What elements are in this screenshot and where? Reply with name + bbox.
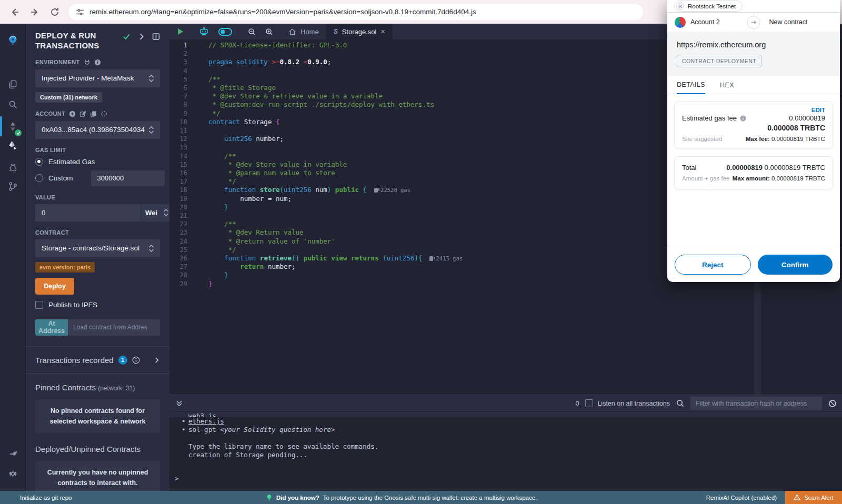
terminal-line — [169, 434, 842, 442]
total-value: 0.00000819 0.00000819 TRBTC — [726, 164, 825, 172]
tab-hex[interactable]: HEX — [720, 82, 734, 94]
terminal-search-icon[interactable] — [676, 399, 684, 407]
info-circle-icon[interactable] — [132, 356, 140, 364]
deploy-run-icon[interactable] — [0, 136, 25, 154]
terminal-line[interactable]: •ethers.js — [169, 417, 842, 426]
terminal-prompt[interactable]: > — [175, 475, 179, 482]
info-icon[interactable] — [94, 59, 101, 66]
network-selector[interactable]: R Rootstock Testnet — [674, 1, 743, 12]
add-account-icon[interactable] — [69, 110, 76, 117]
evm-version-badge: evm version: paris — [35, 262, 95, 273]
sign-message-icon[interactable] — [79, 110, 86, 117]
back-icon[interactable] — [9, 7, 20, 17]
checkbox-icon[interactable] — [585, 399, 593, 407]
line-number: 8 — [169, 100, 195, 109]
info-icon[interactable] — [740, 115, 746, 122]
gas-fee-label: Estimated gas fee — [682, 114, 746, 122]
line-number: 20 — [169, 203, 195, 211]
lightbulb-icon — [266, 494, 273, 501]
checkbox-icon[interactable] — [35, 301, 43, 309]
run-script-icon[interactable] — [169, 24, 189, 39]
line-number: 28 — [169, 271, 195, 279]
max-amount: Max amount: 0.00000819 TRBTC — [733, 175, 825, 182]
site-suggested-label: Site suggested — [682, 136, 722, 142]
clear-terminal-icon[interactable] — [828, 399, 837, 408]
ai-copilot-robot-icon[interactable] — [194, 24, 214, 39]
git-icon[interactable] — [0, 177, 25, 195]
contract-select[interactable]: Storage - contracts/Storage.sol — [35, 239, 160, 257]
chevron-updown-icon — [163, 208, 169, 217]
account-avatar — [675, 17, 686, 28]
line-number: 25 — [169, 246, 195, 254]
plug-icon[interactable] — [84, 59, 91, 66]
refresh-icon[interactable] — [49, 7, 60, 17]
estimated-gas-option[interactable]: Estimated Gas — [35, 158, 160, 166]
radio-unselected-icon[interactable] — [35, 174, 43, 182]
copilot-toggle-icon[interactable] — [214, 24, 237, 39]
copy-account-icon[interactable] — [90, 110, 97, 117]
tab-home[interactable]: Home — [281, 24, 326, 39]
line-number: 17 — [169, 177, 195, 186]
settings-gear-icon[interactable] — [0, 465, 25, 482]
transactions-recorded-row[interactable]: Transactions recorded 1 — [35, 347, 160, 374]
scam-alert-button[interactable]: Scam Alert — [785, 491, 842, 504]
zoom-in-icon[interactable] — [260, 24, 278, 39]
publish-ipfs-option[interactable]: Publish to IPFS — [35, 301, 160, 309]
remix-logo-icon[interactable] — [0, 29, 25, 51]
radio-selected-icon[interactable] — [35, 158, 43, 166]
git-init-status[interactable]: Initialize as git repo — [20, 495, 72, 501]
plugin-manager-icon[interactable] — [0, 443, 25, 461]
terminal-line[interactable]: web3.js — [169, 412, 842, 417]
value-label: VALUE — [35, 194, 160, 200]
origin-url: https://remix.ethereum.org — [677, 41, 830, 49]
tab-storage-sol[interactable]: S Storage.sol × — [326, 24, 393, 39]
line-number: 29 — [169, 280, 195, 288]
terminal-output[interactable]: web3.js•ethers.js•sol-gpt <your Solidity… — [169, 411, 842, 491]
line-number: 13 — [169, 143, 195, 152]
fuel-pump-icon — [429, 256, 433, 261]
line-number: 27 — [169, 263, 195, 271]
value-unit-select[interactable]: Wei — [141, 204, 169, 221]
expand-chevron-icon[interactable] — [153, 357, 160, 364]
gas-limit-label: GAS LIMIT — [35, 147, 160, 153]
account-select[interactable]: 0xA03...85ac4 (0.398673504934 — [35, 121, 160, 139]
environment-select[interactable]: Injected Provider - MetaMask — [35, 69, 160, 87]
terminal-filter-input[interactable] — [690, 397, 822, 410]
pin-panel-icon[interactable] — [152, 33, 160, 41]
search-icon[interactable] — [0, 95, 25, 113]
line-number: 5 — [169, 75, 195, 84]
remix-ide-screen: remix.ethereum.org/#lang=en&optimize=fal… — [0, 0, 842, 504]
listen-all-transactions-option[interactable]: Listen on all transactions — [585, 399, 670, 407]
file-explorer-icon[interactable] — [0, 75, 25, 93]
recipient-name: New contract — [769, 18, 808, 26]
gas-fee-card: EDIT Estimated gas fee 0.00000819 0.0000… — [674, 102, 833, 148]
line-number: 21 — [169, 211, 195, 220]
custom-gas-input[interactable] — [91, 170, 165, 186]
chevron-right-icon[interactable] — [137, 33, 145, 41]
forward-icon[interactable] — [29, 7, 40, 17]
tab-details[interactable]: DETAILS — [677, 81, 705, 94]
collapse-terminal-icon[interactable] — [169, 400, 188, 407]
confirm-button[interactable]: Confirm — [758, 255, 833, 275]
value-input[interactable] — [35, 204, 141, 221]
at-address-button[interactable]: At Address — [35, 319, 68, 336]
site-settings-icon[interactable] — [76, 8, 84, 16]
address-bar[interactable]: remix.ethereum.org/#lang=en&optimize=fal… — [68, 4, 643, 20]
solidity-compiler-icon[interactable] — [0, 117, 25, 135]
debugger-icon[interactable] — [0, 158, 25, 176]
fuel-pump-icon — [374, 188, 378, 193]
reject-button[interactable]: Reject — [675, 255, 751, 275]
gas-estimate-annotation: 2415 gas — [429, 255, 463, 261]
line-number: 2 — [169, 49, 195, 58]
line-number: 23 — [169, 228, 195, 237]
deploy-button[interactable]: Deploy — [35, 278, 74, 295]
close-tab-icon[interactable]: × — [380, 27, 385, 36]
at-address-input[interactable] — [68, 319, 160, 336]
solidity-file-icon: S — [334, 28, 338, 35]
custom-gas-option[interactable]: Custom — [35, 170, 160, 186]
zoom-out-icon[interactable] — [243, 24, 260, 39]
copilot-status[interactable]: RemixAI Copilot (enabled) — [706, 495, 777, 501]
edit-gas-link[interactable]: EDIT — [811, 107, 825, 113]
line-number: 22 — [169, 220, 195, 228]
icon-rail — [0, 24, 25, 491]
